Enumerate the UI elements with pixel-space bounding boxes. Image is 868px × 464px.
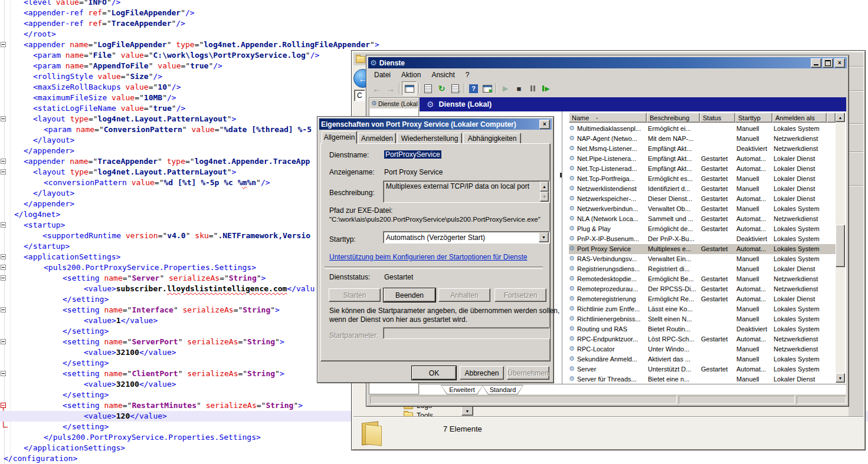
stop-button[interactable]: Beenden xyxy=(384,288,435,302)
tree-item-services-local[interactable]: ⚙ Dienste (Lokal) xyxy=(370,98,418,108)
tab-abhaengigkeiten[interactable]: Abhängigkeiten xyxy=(463,133,521,144)
back-icon[interactable]: ← xyxy=(370,82,384,95)
fold-marker-icon[interactable] xyxy=(1,254,6,259)
service-row[interactable]: ⚙Netzwerkspeicher-...Dieser Dienst...Ges… xyxy=(569,194,837,204)
start-button[interactable]: Starten xyxy=(329,288,381,302)
description-box[interactable]: Multiplexes external TCP/IP data on loca… xyxy=(383,180,550,203)
cell-description: Multiplexes e... xyxy=(648,244,700,254)
cell-status: Gestartet xyxy=(701,174,735,184)
fold-marker-icon[interactable] xyxy=(1,159,6,164)
fold-marker-icon[interactable] xyxy=(1,265,6,270)
column-header-name[interactable]: Name▲ xyxy=(569,113,647,123)
column-header-beschreibung[interactable]: Beschreibung xyxy=(647,113,700,123)
vertical-scrollbar[interactable]: ▲ ▼ xyxy=(836,113,845,383)
start-service-icon[interactable]: ▶ xyxy=(499,82,512,95)
ok-button[interactable]: OK xyxy=(412,366,456,380)
address-bar[interactable]: C xyxy=(357,91,362,100)
help-icon[interactable]: ? xyxy=(467,82,480,95)
service-row[interactable]: ⚙ServerUnterstützt D...GestartetAutomat.… xyxy=(569,364,837,374)
service-row[interactable]: ⚙Remoteprozedurau...Der RPCSS-Di...Gesta… xyxy=(569,284,837,294)
start-params-input[interactable] xyxy=(383,327,550,339)
menu-aktion[interactable]: Aktion xyxy=(396,69,426,81)
stop-service-icon[interactable]: ■ xyxy=(512,82,526,95)
service-row[interactable]: ⚙PnP-X-IP-Busenum...Der PnP-X-Bu...Deakt… xyxy=(569,234,837,244)
scroll-down-button[interactable]: ▼ xyxy=(836,373,845,383)
service-row[interactable]: ⚙Plug & PlayErmöglicht de...GestartetAut… xyxy=(569,224,837,234)
fold-marker-icon[interactable] xyxy=(1,116,6,121)
service-row[interactable]: ⚙NetzwerklistendienstIdentifiziert d...G… xyxy=(569,184,837,194)
service-row[interactable]: ⚙Netzwerkverbindun...Verwaltet Ob...Gest… xyxy=(569,204,837,214)
cancel-button[interactable]: Abbrechen xyxy=(460,366,504,380)
column-header-stub xyxy=(827,113,836,123)
fold-marker-icon[interactable] xyxy=(1,42,6,47)
fold-marker-icon[interactable] xyxy=(1,169,6,175)
restart-service-icon[interactable]: ▶ xyxy=(539,82,553,95)
service-row[interactable]: ⚙Routing und RASBietet Routin...Deaktivi… xyxy=(569,324,837,334)
fold-marker-icon[interactable] xyxy=(1,275,6,281)
cell-status: Gestartet xyxy=(701,294,735,304)
service-row[interactable]: ⚙RPC-Endpunktzuor...Löst RPC-Sch...Gesta… xyxy=(569,334,837,344)
scroll-up-icon[interactable]: ▲ xyxy=(540,182,549,192)
service-row[interactable]: ⚙Server für Threads...Bietet eine n...Ma… xyxy=(569,374,837,384)
column-header-status[interactable]: Status xyxy=(700,113,735,123)
pause-service-icon[interactable] xyxy=(526,82,539,95)
scroll-up-button[interactable]: ▲ xyxy=(836,113,845,122)
start-params-note2: wenn der Dienst von hier aus gestartet w… xyxy=(329,315,467,324)
tab-standard[interactable]: Standard xyxy=(482,385,523,394)
start-type-combobox[interactable]: Automatisch (Verzögerter Start) ▼ xyxy=(383,231,550,243)
service-row[interactable]: ⚙Richtlinie zum Entfe...Lässt eine Ko...… xyxy=(569,304,837,314)
service-row[interactable]: ⚙RemoteregistrierungErmöglicht Re...Gest… xyxy=(569,294,837,304)
refresh-icon[interactable]: ↻ xyxy=(435,82,448,95)
close-button[interactable]: × xyxy=(834,58,845,68)
column-header-anmeldenals[interactable]: Anmelden als xyxy=(772,113,827,123)
tab-wiederherstellung[interactable]: Wiederherstellung xyxy=(397,133,462,144)
menu-datei[interactable]: Datei xyxy=(369,69,396,81)
cell-starttype: Manuell xyxy=(736,174,772,184)
show-window-icon[interactable]: ▶ xyxy=(480,82,494,95)
service-row[interactable]: ⚙Net.Tcp-Listenerad...Empfängt Akt...Ges… xyxy=(569,164,837,174)
fold-marker-icon[interactable] xyxy=(1,339,6,344)
dropdown-button[interactable]: ▼ xyxy=(461,406,473,416)
tab-allgemein[interactable]: Allgemein xyxy=(322,131,357,144)
service-name-value[interactable]: PortProxyService xyxy=(384,150,441,159)
service-row[interactable]: ⚙Net.Msmq-Listener...Empfängt Akt...Deak… xyxy=(569,144,837,154)
service-row[interactable]: ⚙Richtlinienergebniss...Stellt einen N..… xyxy=(569,314,837,324)
pause-button[interactable]: Anhalten xyxy=(438,288,490,302)
service-row[interactable]: ⚙Multimediaklassenpl...Ermöglicht ei...M… xyxy=(569,124,837,134)
menu-help[interactable]: ? xyxy=(460,69,475,81)
fold-marker-icon[interactable] xyxy=(1,307,6,312)
maximize-button[interactable] xyxy=(823,58,833,68)
scroll-thumb[interactable] xyxy=(836,225,845,267)
service-row[interactable]: ⚙Sekundäre Anmeld...Aktiviert das ...Man… xyxy=(569,354,837,364)
tab-anmelden[interactable]: Anmelden xyxy=(358,133,396,144)
forward-icon[interactable]: → xyxy=(384,82,397,95)
fold-marker-icon[interactable] xyxy=(1,222,6,228)
service-row[interactable]: ⚙Port Proxy ServiceMultiplexes e...Gesta… xyxy=(569,244,837,254)
fold-marker-icon[interactable] xyxy=(1,403,6,408)
close-icon[interactable]: × xyxy=(539,120,550,129)
menu-ansicht[interactable]: Ansicht xyxy=(426,69,460,81)
fold-marker-icon[interactable] xyxy=(1,371,6,376)
service-row[interactable]: ⚙Remotedesktopdie...Ermöglicht Be...Gest… xyxy=(569,274,837,284)
properties-icon[interactable] xyxy=(421,82,435,95)
tab-erweitert[interactable]: Erweitert xyxy=(441,385,483,394)
service-row[interactable]: ⚙NLA (Network Loca...Sammelt und ...Gest… xyxy=(569,214,837,224)
service-row[interactable]: ⚙Net.Tcp-Portfreiga...Ermöglicht es...Ge… xyxy=(569,174,837,184)
service-row[interactable]: ⚙RAS-Verbindungsv...Verwaltet Ein...Manu… xyxy=(569,254,837,264)
service-row[interactable]: ⚙RPC-LocatorUnter Windo...ManuellNetzwer… xyxy=(569,344,837,354)
export-list-icon[interactable]: → xyxy=(448,82,462,95)
service-row[interactable]: ⚙NAP-Agent (Netwo...Mit dem NAP-...Manue… xyxy=(569,134,837,144)
show-console-tree-icon[interactable] xyxy=(402,81,417,96)
cell-status: Gestartet xyxy=(701,214,735,224)
service-row[interactable]: ⚙Net.Pipe-Listenera...Empfängt Akt...Ges… xyxy=(569,154,837,164)
minimize-button[interactable] xyxy=(811,58,821,68)
apply-button[interactable]: Übernehmen xyxy=(507,366,549,380)
chevron-down-icon[interactable]: ▼ xyxy=(539,232,549,242)
cell-status: Gestartet xyxy=(701,224,735,234)
scroll-down-icon[interactable]: ▼ xyxy=(540,192,549,202)
service-row[interactable]: ⚙Registrierungsdiens...Registriert di...… xyxy=(569,264,837,274)
pane-splitter-handle[interactable] xyxy=(560,173,562,177)
column-header-starttyp[interactable]: Starttyp xyxy=(735,113,772,123)
resume-button[interactable]: Fortsetzen xyxy=(494,288,546,302)
startup-options-link[interactable]: Unterstützung beim Konfigurieren der Sta… xyxy=(329,253,528,261)
